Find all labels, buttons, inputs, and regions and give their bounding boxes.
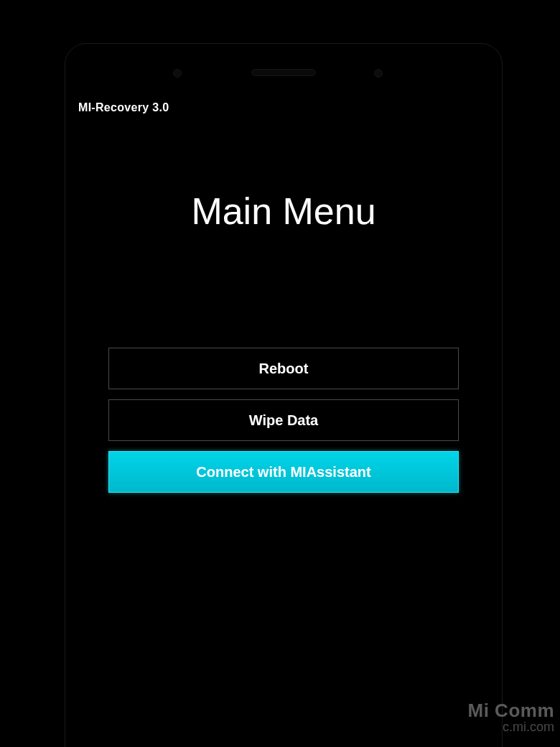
phone-sensor-icon bbox=[173, 69, 182, 78]
menu-item-label: Connect with MIAssistant bbox=[196, 464, 370, 481]
menu-item-label: Reboot bbox=[259, 361, 309, 377]
menu-item-wipe-data[interactable]: Wipe Data bbox=[108, 399, 459, 441]
phone-frame: MI-Recovery 3.0 Main Menu Reboot Wipe Da… bbox=[65, 43, 503, 747]
page-title: Main Menu bbox=[73, 190, 495, 233]
menu-item-reboot[interactable]: Reboot bbox=[108, 348, 459, 389]
menu-item-connect-miassistant[interactable]: Connect with MIAssistant bbox=[108, 451, 459, 493]
phone-speaker bbox=[251, 69, 316, 76]
phone-camera-icon bbox=[374, 69, 383, 78]
main-menu: Reboot Wipe Data Connect with MIAssistan… bbox=[73, 348, 495, 493]
recovery-screen: MI-Recovery 3.0 Main Menu Reboot Wipe Da… bbox=[65, 101, 502, 747]
recovery-version-label: MI-Recovery 3.0 bbox=[78, 101, 495, 114]
menu-item-label: Wipe Data bbox=[249, 412, 319, 429]
